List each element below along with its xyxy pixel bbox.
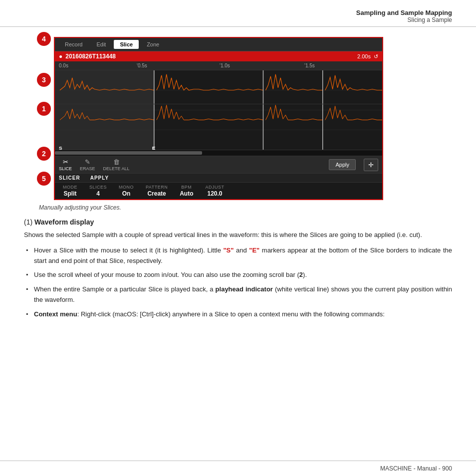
section-labels-bar: SLICER APPLY (55, 174, 382, 183)
slice-icon: ✂ (63, 158, 68, 166)
list-item-1: Hover a Slice with the mouse to select i… (24, 245, 452, 266)
s-marker-text: "S" (223, 246, 234, 254)
file-time: 2.00s (357, 53, 371, 59)
timeline-15s: '1.5s (304, 63, 315, 68)
param-bpm: BPM Auto (180, 185, 193, 197)
file-bar: ● 20160826T113448 2.00s ↺ (55, 51, 382, 61)
heading-text: Waveform display (34, 218, 94, 226)
adjust-label: ADJUST (206, 185, 225, 190)
file-bar-right: 2.00s ↺ (357, 53, 378, 60)
mode-value: Split (64, 190, 77, 197)
section-title: Slicing a Sample (24, 16, 452, 23)
timeline-05s: '0.5s (137, 63, 147, 68)
screenshot-wrapper: 4 3 1 2 5 Record Edit Slice Zone ● 20160… (39, 37, 452, 200)
badge-2: 2 (37, 147, 51, 161)
svg-text:S: S (59, 145, 62, 150)
erase-icon: ✎ (85, 158, 90, 166)
waveform-area: S E (55, 70, 382, 150)
slicer-label: SLICER (59, 175, 80, 181)
erase-tool-button[interactable]: ✎ ERASE (80, 158, 95, 171)
tab-record[interactable]: Record (59, 40, 88, 49)
maschine-ui: Record Edit Slice Zone ● 20160826T113448… (54, 37, 383, 200)
intro-paragraph: Shows the selected Sample with a couple … (24, 230, 452, 240)
bottom-toolbar: ✂ SLICE ✎ ERASE 🗑 DELETE ALL Apply ✛ (55, 156, 382, 174)
badge-4: 4 (37, 32, 51, 46)
svg-text:E: E (152, 145, 156, 150)
pattern-value: Create (147, 190, 166, 197)
timeline-0s: 0.0s (59, 63, 68, 68)
bpm-label: BPM (181, 185, 192, 190)
badge-1: 1 (37, 102, 51, 116)
bpm-value: Auto (180, 190, 193, 197)
pattern-label: PATTERN (146, 185, 168, 190)
context-menu-label: Context menu (34, 310, 77, 318)
tab-zone[interactable]: Zone (141, 40, 165, 49)
mono-value: On (122, 190, 131, 197)
delete-all-label: DELETE ALL (103, 166, 130, 171)
file-bar-left: ● 20160826T113448 (59, 53, 116, 60)
slice-tool-button[interactable]: ✂ SLICE (59, 158, 72, 171)
heading-num: (1) (24, 218, 32, 226)
loop-icon: ↺ (374, 53, 378, 60)
page-header: Sampling and Sample Mapping Slicing a Sa… (0, 0, 476, 27)
erase-label: ERASE (80, 166, 95, 171)
section-heading: (1) Waveform display (24, 218, 452, 226)
slice-label: SLICE (59, 166, 72, 171)
waveform-svg: S E (55, 70, 382, 150)
tab-slice[interactable]: Slice (114, 40, 139, 49)
file-icon: ● (59, 53, 62, 60)
e-marker-text: "E" (249, 246, 259, 254)
tab-edit[interactable]: Edit (90, 40, 112, 49)
badge-3: 3 (37, 73, 51, 87)
filename: 20160826T113448 (65, 53, 116, 60)
main-content: 4 3 1 2 5 Record Edit Slice Zone ● 20160… (0, 27, 476, 335)
page-footer: MASCHINE - Manual - 900 (0, 461, 476, 476)
scrollbar-area[interactable] (55, 150, 382, 156)
apply-button[interactable]: Apply (329, 159, 356, 170)
badge-5: 5 (37, 172, 51, 186)
slices-label: SLICES (89, 185, 107, 190)
adjust-value: 120.0 (208, 190, 223, 197)
delete-all-tool-button[interactable]: 🗑 DELETE ALL (103, 158, 130, 171)
param-mode: MODE Split (63, 185, 77, 197)
param-pattern: PATTERN Create (146, 185, 168, 197)
params-bar: MODE Split SLICES 4 MONO On PATTERN Crea… (55, 183, 382, 199)
chapter-title: Sampling and Sample Mapping (24, 9, 452, 16)
footer-text: MASCHINE - Manual - 900 (380, 465, 452, 472)
apply-label: APPLY (90, 175, 109, 181)
param-slices: SLICES 4 (89, 185, 107, 197)
slices-value: 4 (96, 190, 100, 197)
timeline: 0.0s '0.5s '1.0s '1.5s (55, 61, 382, 70)
param-adjust: ADJUST 120.0 (206, 185, 225, 197)
scrollbar-thumb[interactable] (55, 151, 202, 155)
timeline-1s: '1.0s (220, 63, 230, 68)
mode-label: MODE (63, 185, 77, 190)
tab-bar: Record Edit Slice Zone (55, 38, 382, 51)
playhead-indicator-text: playhead indicator (216, 285, 273, 293)
list-item-2: Use the scroll wheel of your mouse to zo… (24, 270, 452, 280)
mono-label: MONO (119, 185, 134, 190)
param-mono: MONO On (119, 185, 134, 197)
move-button[interactable]: ✛ (364, 159, 378, 171)
list-item-3: When the entire Sample or a particular S… (24, 284, 452, 305)
list-item-4: Context menu: Right-click (macOS: [Ctrl]… (24, 309, 452, 320)
ref-2: 2 (299, 271, 303, 278)
bullet-list: Hover a Slice with the mouse to select i… (24, 245, 452, 320)
delete-icon: 🗑 (113, 158, 120, 166)
caption: Manually adjusting your Slices. (39, 204, 452, 211)
